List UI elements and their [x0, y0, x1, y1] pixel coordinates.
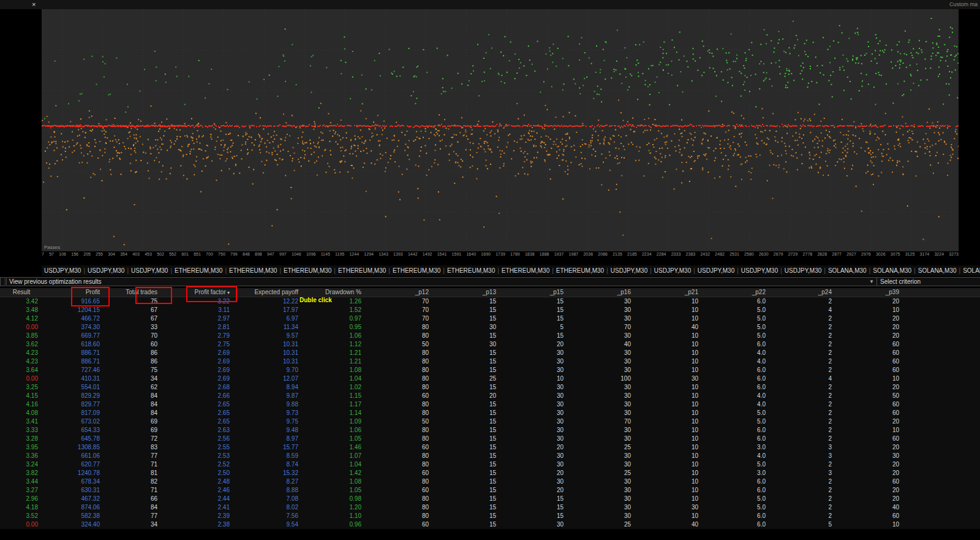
symbol-tab-18[interactable]: SOLANA,M30: [916, 267, 959, 274]
x-tick-label: 1838: [525, 252, 535, 259]
table-row[interactable]: 4.15829.29842.669.871.1560203030104.0250: [0, 392, 980, 400]
column-header-p16[interactable]: _p16: [573, 288, 640, 297]
table-row[interactable]: 3.52582.38772.397.561.1080151530106.0260: [0, 512, 980, 520]
table-row[interactable]: 3.25554.01622.688.941.0280153030106.0220: [0, 383, 980, 392]
table-row[interactable]: 3.85669.77702.799.571.0680151530105.0220: [0, 332, 980, 340]
x-tick-label: 2778: [803, 252, 813, 259]
column-header-pf[interactable]: Profit factor ▾: [162, 288, 236, 297]
previous-results-dropdown[interactable]: View previous optimization results ▼: [6, 277, 877, 286]
table-row[interactable]: 4.23886.71862.6910.311.2180153030104.026…: [0, 357, 980, 366]
table-row[interactable]: 3.64727.46752.699.701.0880153030106.0260: [0, 366, 980, 375]
cell-p21: 10: [640, 417, 707, 426]
column-header-p39[interactable]: _p39: [841, 288, 908, 297]
table-row[interactable]: 3.36661.06772.538.591.0780153030104.0330: [0, 452, 980, 460]
cell-p39: 20: [841, 443, 908, 452]
symbol-tab-0[interactable]: USDJPY,M30: [42, 267, 83, 274]
table-row[interactable]: 3.821240.78812.5015.321.4260152025103.03…: [0, 469, 980, 477]
table-row[interactable]: 2.96467.32662.447.080.9880151530105.0220: [0, 495, 980, 503]
cell-profit: 886.71: [43, 357, 104, 366]
corner-box[interactable]: [0, 277, 6, 286]
table-row[interactable]: 4.12466.72672.976.970.9770151530105.0220: [0, 314, 980, 323]
column-header-p15[interactable]: _p15: [505, 288, 573, 297]
table-row[interactable]: 0.00374.30332.8111.340.958030570405.0220: [0, 323, 980, 332]
cell-p12: 60: [371, 520, 438, 529]
column-header-p22[interactable]: _p22: [707, 288, 775, 297]
table-row[interactable]: 3.33654.33692.639.481.0680153030106.0210: [0, 426, 980, 435]
cell-p15: 30: [505, 357, 573, 366]
column-header-trades[interactable]: Total trades: [104, 288, 162, 297]
cell-p39: 40: [841, 503, 908, 512]
table-row[interactable]: 3.27630.31712.468.881.0560152030106.0220: [0, 486, 980, 495]
table-row[interactable]: 3.481204.15673.1117.971.5270151530105.04…: [0, 306, 980, 314]
cell-p12: 70: [371, 314, 438, 323]
table-row[interactable]: 4.23886.71862.6910.311.2180153030104.026…: [0, 349, 980, 357]
column-header-p12[interactable]: _p12: [371, 288, 438, 297]
table-row[interactable]: 0.00324.40342.389.540.9660153025406.0510: [0, 520, 980, 529]
cell-p39: 60: [841, 349, 908, 357]
symbol-tab-16[interactable]: SOLANA,M30: [826, 267, 869, 274]
column-header-payoff[interactable]: Expected payoff: [236, 288, 304, 297]
table-row[interactable]: 3.28645.78722.568.971.0580153030106.0260: [0, 435, 980, 443]
symbol-tab-6[interactable]: ETHEREUM,M30: [336, 267, 388, 274]
cell-trades: 84: [104, 400, 162, 409]
cell-p13: 30: [438, 340, 505, 349]
table-row[interactable]: 4.08817.09842.659.731.1480153030105.0260: [0, 409, 980, 417]
optimization-chart-area[interactable]: Passes: [42, 9, 959, 251]
x-tick-label: 2976: [861, 252, 871, 259]
close-icon[interactable]: ×: [32, 0, 36, 9]
x-tick-label: 2086: [598, 252, 608, 259]
cell-p13: 15: [438, 520, 505, 529]
symbol-tab-19[interactable]: SOLANA,M30: [960, 267, 980, 274]
symbol-tab-9[interactable]: ETHEREUM,M30: [499, 267, 552, 274]
symbol-tab-13[interactable]: USDJPY,M30: [695, 267, 737, 274]
symbol-tab-5[interactable]: ETHEREUM,M30: [281, 267, 334, 274]
symbol-tab-1[interactable]: USDJPY,M30: [85, 267, 127, 274]
column-header-profit[interactable]: Profit: [43, 288, 104, 297]
symbol-tab-10[interactable]: ETHEREUM,M30: [554, 267, 606, 274]
symbol-tab-4[interactable]: ETHEREUM,M30: [227, 267, 279, 274]
column-header-p13[interactable]: _p13: [438, 288, 505, 297]
optimization-scatter-chart[interactable]: [42, 9, 959, 251]
chevron-down-icon: ▼: [869, 278, 874, 286]
cell-payoff: 10.31: [236, 357, 304, 366]
table-row[interactable]: 3.41673.02692.659.751.0950153070105.0220: [0, 417, 980, 426]
cell-pf: 2.46: [162, 486, 236, 495]
table-row[interactable]: 3.951308.85832.5515.771.4660152025103.03…: [0, 443, 980, 452]
column-header-result[interactable]: Result: [0, 288, 43, 297]
x-tick-label: 1244: [349, 252, 359, 259]
table-row[interactable]: 4.16829.77842.659.881.1780153030104.0260: [0, 400, 980, 409]
cell-p39: 10: [841, 375, 908, 383]
table-row[interactable]: 3.42916.65753.2212.221.2670151530106.022…: [0, 297, 980, 306]
column-header-p24[interactable]: _p24: [775, 288, 841, 297]
symbol-tab-14[interactable]: USDJPY,M30: [739, 267, 780, 274]
symbol-tab-12[interactable]: USDJPY,M30: [652, 267, 693, 274]
cell-drawdown: 1.07: [304, 452, 371, 460]
select-criterion-dropdown[interactable]: Select criterion: [876, 277, 980, 286]
table-row[interactable]: 3.24620.77712.528.741.0480153030105.0220: [0, 460, 980, 469]
cell-trades: 86: [104, 357, 162, 366]
x-tick-label: 1541: [437, 252, 447, 259]
cell-payoff: 6.97: [236, 314, 304, 323]
symbol-tab-17[interactable]: SOLANA,M30: [870, 267, 914, 274]
cell-trades: 71: [104, 486, 162, 495]
cell-p39: 60: [841, 512, 908, 520]
column-header-drawdown[interactable]: Drawdown %: [304, 288, 371, 297]
table-row[interactable]: 0.00410.31342.6912.071.04802510100306.04…: [0, 375, 980, 383]
cell-p39: 60: [841, 435, 908, 443]
cell-pf: 2.50: [162, 469, 236, 477]
symbol-tab-15[interactable]: USDJPY,M30: [782, 267, 824, 274]
cell-p39: 20: [841, 486, 908, 495]
cell-drawdown: 1.05: [304, 435, 371, 443]
table-row[interactable]: 3.62618.60602.7510.311.1250302040106.026…: [0, 340, 980, 349]
cell-p22: 5.0: [707, 409, 775, 417]
cell-p13: 15: [438, 512, 505, 520]
symbol-tab-3[interactable]: ETHEREUM,M30: [172, 267, 225, 274]
symbol-tab-7[interactable]: ETHEREUM,M30: [390, 267, 443, 274]
symbol-tab-2[interactable]: USDJPY,M30: [129, 267, 170, 274]
column-header-p21[interactable]: _p21: [640, 288, 707, 297]
symbol-tab-11[interactable]: USDJPY,M30: [608, 267, 650, 274]
table-row[interactable]: 4.18874.06842.418.021.2080151530305.0240: [0, 503, 980, 512]
cell-p24: 3: [775, 443, 841, 452]
symbol-tab-8[interactable]: ETHEREUM,M30: [445, 267, 497, 274]
table-row[interactable]: 3.44678.34822.488.271.0880153030106.0260: [0, 477, 980, 486]
